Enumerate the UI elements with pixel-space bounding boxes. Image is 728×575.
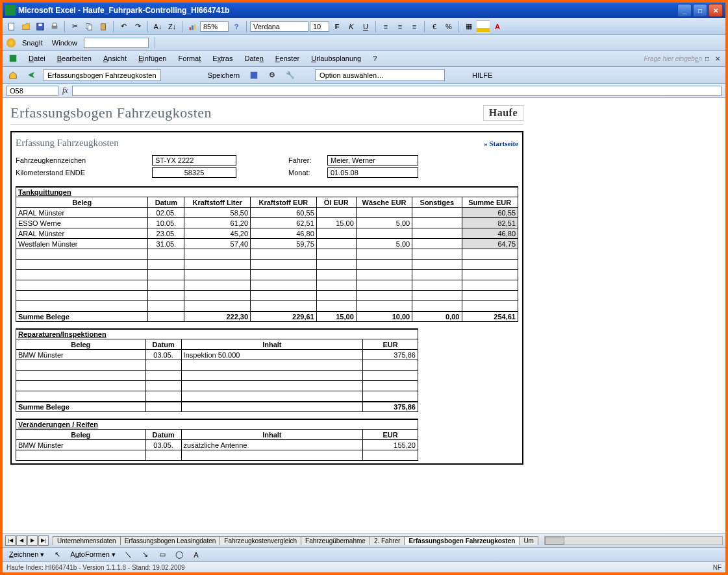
drawing-toolbar: Zeichnen ▾ ↖ AutoFormen ▾ ＼ ↘ ▭ ◯ A xyxy=(3,547,725,561)
table-row[interactable] xyxy=(16,391,418,402)
save-icon[interactable] xyxy=(34,20,47,33)
workbook-icon[interactable] xyxy=(6,52,19,65)
table-row[interactable] xyxy=(16,450,418,461)
sort-desc-icon[interactable]: Z↓ xyxy=(166,20,179,33)
fahrer-value[interactable]: Meier, Werner xyxy=(327,155,418,165)
menu-daten[interactable]: Daten xyxy=(242,53,266,64)
arrow-icon[interactable]: ↘ xyxy=(139,548,152,561)
sheet-tab[interactable]: Fahrzeugkostenvergleich xyxy=(220,536,301,545)
redo-icon[interactable]: ↷ xyxy=(131,20,144,33)
custom-sheet-select[interactable]: Erfassungsbogen Fahrzeugkosten xyxy=(43,69,161,81)
table-row[interactable] xyxy=(16,301,518,312)
print-icon[interactable] xyxy=(48,20,61,33)
zeichnen-menu[interactable]: Zeichnen ▾ xyxy=(6,550,47,559)
table-row[interactable] xyxy=(16,371,418,381)
menu-fenster[interactable]: Fenster xyxy=(273,53,302,64)
fontsize-select[interactable] xyxy=(310,21,329,32)
menu-urlaubsplanung[interactable]: Urlaubsplanung xyxy=(308,53,364,64)
chart-icon[interactable] xyxy=(186,20,199,33)
undo-icon[interactable]: ↶ xyxy=(117,20,130,33)
table-row[interactable]: ESSO Werne10.05.61,2062,5115,005,0082,51 xyxy=(16,218,518,228)
currency-icon[interactable]: € xyxy=(428,20,441,33)
help-icon[interactable]: ? xyxy=(230,20,243,33)
sheet-tab[interactable]: Erfassungsbogen Fahrzeugkosten xyxy=(404,536,520,545)
table-row[interactable] xyxy=(16,291,518,301)
select-icon[interactable]: ↖ xyxy=(51,548,64,561)
oval-icon[interactable]: ◯ xyxy=(173,548,186,561)
table-row[interactable] xyxy=(16,260,518,270)
italic-icon[interactable]: K xyxy=(345,20,358,33)
new-icon[interactable] xyxy=(5,20,18,33)
worksheet-area[interactable]: Erfassungsbogen Fahrzeugkosten Haufe Erf… xyxy=(3,98,725,533)
textbox-icon[interactable]: A xyxy=(190,548,203,561)
close-button[interactable]: ✕ xyxy=(709,4,723,17)
menu-ansicht[interactable]: Ansicht xyxy=(101,53,129,64)
name-box[interactable] xyxy=(6,86,58,96)
table-row[interactable] xyxy=(16,280,518,291)
bold-icon[interactable]: F xyxy=(331,20,344,33)
align-center-icon[interactable]: ≡ xyxy=(394,20,407,33)
tab-next-icon[interactable]: ▶ xyxy=(27,535,38,546)
save2-icon[interactable] xyxy=(247,69,260,82)
cut-icon[interactable]: ✂ xyxy=(68,20,81,33)
autoformen-menu[interactable]: AutoFormen ▾ xyxy=(68,550,118,559)
snagit-input[interactable] xyxy=(84,38,149,48)
home-icon[interactable] xyxy=(6,69,19,82)
option-select[interactable]: Option auswählen… xyxy=(315,69,445,81)
menu-datei[interactable]: Datei xyxy=(26,53,48,64)
menu-help[interactable]: ? xyxy=(370,53,379,64)
align-left-icon[interactable]: ≡ xyxy=(379,20,392,33)
underline-icon[interactable]: U xyxy=(359,20,372,33)
paste-icon[interactable] xyxy=(97,20,110,33)
table-row[interactable]: ARAL Münster23.05.45,2046,8046,80 xyxy=(16,228,518,239)
table-row[interactable] xyxy=(16,360,418,371)
km-value[interactable]: 58325 xyxy=(152,167,236,178)
table-row[interactable]: BMW Münster03.05.zusätzliche Antenne155,… xyxy=(16,440,418,450)
rect-icon[interactable]: ▭ xyxy=(156,548,169,561)
line-icon[interactable]: ＼ xyxy=(122,548,135,561)
back-icon[interactable]: ⮜ xyxy=(25,69,38,82)
sheet-tab[interactable]: Fahrzeugübernahme xyxy=(301,536,370,545)
monat-value[interactable]: 01.05.08 xyxy=(327,167,418,178)
ask-question-input[interactable]: Frage hier eingeben xyxy=(644,55,702,62)
kennzeichen-value[interactable]: ST-YX 2222 xyxy=(152,155,236,165)
zoom-input[interactable] xyxy=(200,21,229,32)
sort-asc-icon[interactable]: A↓ xyxy=(151,20,164,33)
maximize-button[interactable]: □ xyxy=(693,4,707,17)
hilfe-label[interactable]: HILFE xyxy=(470,71,495,79)
tool-icon[interactable]: 🔧 xyxy=(284,69,297,82)
gear-icon[interactable]: ⚙ xyxy=(266,69,279,82)
fx-icon[interactable]: fx xyxy=(62,86,68,95)
percent-icon[interactable]: % xyxy=(442,20,455,33)
table-row[interactable]: ARAL Münster02.05.58,5060,5560,55 xyxy=(16,208,518,218)
sheet-tab[interactable]: Um xyxy=(519,536,538,545)
align-right-icon[interactable]: ≡ xyxy=(408,20,421,33)
font-select[interactable] xyxy=(250,21,308,32)
table-row[interactable]: Westfalen Münster31.05.57,4059,755,0064,… xyxy=(16,239,518,249)
fontcolor-icon[interactable]: A xyxy=(491,20,504,33)
sheet-tab[interactable]: Unternehmensdaten xyxy=(53,536,121,545)
open-icon[interactable] xyxy=(19,20,32,33)
menu-format[interactable]: Format xyxy=(175,53,203,64)
table-row[interactable]: BMW Münster03.05.Inspektion 50.000375,86 xyxy=(16,350,418,360)
tab-last-icon[interactable]: ▶| xyxy=(38,535,49,546)
sheet-tab[interactable]: Erfassungsbogen Leasingdaten xyxy=(120,536,221,545)
tab-first-icon[interactable]: |◀ xyxy=(5,535,16,546)
borders-icon[interactable]: ▦ xyxy=(462,20,475,33)
doc-restore-icon[interactable]: □ xyxy=(703,55,711,62)
table-row[interactable] xyxy=(16,249,518,260)
formula-input[interactable] xyxy=(72,86,722,96)
startseite-link[interactable]: » Startseite xyxy=(484,140,518,147)
table-row[interactable] xyxy=(16,270,518,280)
table-row[interactable] xyxy=(16,381,418,391)
doc-close-icon[interactable]: ✕ xyxy=(714,55,722,62)
copy-icon[interactable] xyxy=(82,20,95,33)
menu-bearbeiten[interactable]: Bearbeiten xyxy=(55,53,94,64)
fillcolor-icon[interactable] xyxy=(477,20,490,33)
minimize-button[interactable]: _ xyxy=(677,4,692,17)
horizontal-scrollbar[interactable] xyxy=(544,536,723,545)
tab-prev-icon[interactable]: ◀ xyxy=(16,535,27,546)
menu-einfuegen[interactable]: Einfügen xyxy=(136,53,169,64)
menu-extras[interactable]: Extras xyxy=(210,53,235,64)
sheet-tab[interactable]: 2. Fahrer xyxy=(370,536,405,545)
